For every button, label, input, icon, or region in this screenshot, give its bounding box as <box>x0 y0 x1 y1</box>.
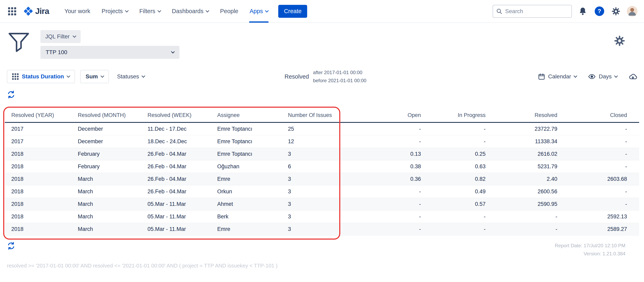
notifications-icon[interactable] <box>577 6 588 17</box>
table-cell: 2018 <box>5 210 74 223</box>
table-cell: 05.Mar - 11.Mar <box>144 210 214 223</box>
table-cell: - <box>560 148 639 160</box>
jql-filter-dropdown[interactable]: JQL Filter <box>40 30 81 43</box>
table-cell: - <box>358 210 424 223</box>
table-cell: 2.40 <box>489 173 560 186</box>
table-cell: 2017 <box>5 135 74 148</box>
jql-query-text: resolved >= '2017-01-01 00:00' AND resol… <box>0 262 644 269</box>
table-cell: 2018 <box>5 186 74 198</box>
aggregation-label: Sum <box>86 73 98 80</box>
table-cell: 0.49 <box>424 186 489 198</box>
nav-item-apps[interactable]: Apps <box>244 0 274 22</box>
grid-icon <box>12 73 18 80</box>
table-cell: 0.38 <box>358 160 424 173</box>
refresh-icon[interactable] <box>7 90 15 99</box>
table-cell: 2600.56 <box>489 186 560 198</box>
question-mark: ? <box>595 6 604 16</box>
help-icon[interactable]: ? <box>594 6 605 17</box>
unit-label: Days <box>599 73 612 80</box>
nav-item-dashboards[interactable]: Dashboards <box>166 0 214 22</box>
chevron-down-icon <box>67 74 70 78</box>
table-cell: - <box>358 135 424 148</box>
primary-nav: Your work Projects Filters Dashboards Pe… <box>59 0 274 22</box>
unit-dropdown[interactable]: Days <box>588 73 617 80</box>
table-cell: 3 <box>285 173 358 186</box>
table-cell: 26.Feb - 04.Mar <box>144 186 214 198</box>
table-cell: Orkun <box>214 186 285 198</box>
table-cell: 3 <box>285 198 358 210</box>
refresh-icon[interactable] <box>7 242 15 250</box>
column-header[interactable]: Resolved (MONTH) <box>74 108 144 122</box>
column-header[interactable]: Closed <box>560 108 639 122</box>
nav-item-your-work[interactable]: Your work <box>59 0 96 22</box>
table-body: 2017December11.Dec - 17.DecEmre Toptancı… <box>5 122 639 236</box>
top-navbar: Jira Your work Projects Filters Dashboar… <box>0 0 644 23</box>
filter-controls: JQL Filter TTP 100 <box>40 30 180 59</box>
global-search[interactable] <box>493 5 572 18</box>
aggregation-button[interactable]: Sum <box>80 70 109 83</box>
search-icon <box>496 8 502 15</box>
column-header[interactable]: Number Of Issues <box>285 108 358 122</box>
calendar-label: Calendar <box>548 73 571 80</box>
chevron-down-icon <box>100 74 104 78</box>
table-cell: 0.25 <box>424 148 489 160</box>
table-row[interactable]: 2017December18.Dec - 24.DecEmre Toptancı… <box>5 135 639 148</box>
table-row[interactable]: 2018March05.Mar - 11.MarEmre3---2589.27 <box>5 223 639 236</box>
table-row[interactable]: 2018March26.Feb - 04.MarEmre30.360.822.4… <box>5 173 639 186</box>
table-header-row: Resolved (YEAR)Resolved (MONTH)Resolved … <box>5 108 639 122</box>
table-cell: - <box>358 122 424 135</box>
report-type-button[interactable]: Status Duration <box>7 70 75 83</box>
table-row[interactable]: 2018March05.Mar - 11.MarAhmet3-0.572590.… <box>5 198 639 210</box>
column-header[interactable]: In Progress <box>424 108 489 122</box>
search-input[interactable] <box>505 8 568 14</box>
table-cell: 3 <box>285 186 358 198</box>
page: Jira Your work Projects Filters Dashboar… <box>0 0 644 282</box>
table-row[interactable]: 2018February26.Feb - 04.MarEmre Toptancı… <box>5 148 639 160</box>
resolved-dates: after 2017-01-01 00:00 before 2021-01-01… <box>313 68 366 85</box>
table-row[interactable]: 2018February26.Feb - 04.MarOğuzhan60.380… <box>5 160 639 173</box>
table-cell: 23722.79 <box>489 122 560 135</box>
table-row[interactable]: 2017December11.Dec - 17.DecEmre Toptancı… <box>5 122 639 135</box>
column-header[interactable]: Resolved <box>489 108 560 122</box>
table-cell: March <box>74 223 144 236</box>
footer-row: Report Date: 17/Jul/20 12:10 PM Version:… <box>0 242 644 258</box>
jira-logo[interactable]: Jira <box>24 6 49 16</box>
table-cell: 05.Mar - 11.Mar <box>144 223 214 236</box>
table-cell: - <box>358 198 424 210</box>
selected-filter-value: TTP 100 <box>46 49 67 56</box>
saved-filter-select[interactable]: TTP 100 <box>40 46 180 59</box>
column-header[interactable]: Assignee <box>214 108 285 122</box>
table-cell: 0.13 <box>358 148 424 160</box>
table-cell: - <box>560 198 639 210</box>
nav-item-projects[interactable]: Projects <box>96 0 134 22</box>
chevron-down-icon <box>142 74 145 78</box>
chevron-down-icon <box>73 34 76 38</box>
table-cell: - <box>560 186 639 198</box>
resolved-before: before 2021-01-01 00:00 <box>313 76 366 85</box>
statuses-label: Statuses <box>117 73 139 80</box>
table-row[interactable]: 2018March05.Mar - 11.MarBerk3---2592.13 <box>5 210 639 223</box>
column-header[interactable]: Resolved (YEAR) <box>5 108 74 122</box>
export-icon[interactable] <box>629 72 637 81</box>
column-header[interactable]: Open <box>358 108 424 122</box>
table-row[interactable]: 2018March26.Feb - 04.MarOrkun3-0.492600.… <box>5 186 639 198</box>
report-version: Version: 1.21.0.384 <box>555 250 626 258</box>
table-cell: 11338.34 <box>489 135 560 148</box>
nav-item-filters[interactable]: Filters <box>134 0 166 22</box>
table-cell: 2018 <box>5 173 74 186</box>
report-date: Report Date: 17/Jul/20 12:10 PM <box>555 242 626 250</box>
calendar-dropdown[interactable]: Calendar <box>538 73 577 80</box>
create-button[interactable]: Create <box>278 5 307 18</box>
table-cell: 25 <box>285 122 358 135</box>
statuses-dropdown[interactable]: Statuses <box>117 73 145 80</box>
table-cell: 0.57 <box>424 198 489 210</box>
filter-panel: JQL Filter TTP 100 <box>0 23 644 59</box>
nav-item-people[interactable]: People <box>214 0 244 22</box>
column-header[interactable]: Resolved (WEEK) <box>144 108 214 122</box>
table-cell: February <box>74 148 144 160</box>
table-cell: Emre Toptancı <box>214 122 285 135</box>
settings-icon[interactable] <box>610 6 622 17</box>
user-avatar[interactable] <box>627 6 638 16</box>
app-switcher-icon[interactable] <box>6 6 18 17</box>
report-settings-icon[interactable] <box>614 35 626 59</box>
